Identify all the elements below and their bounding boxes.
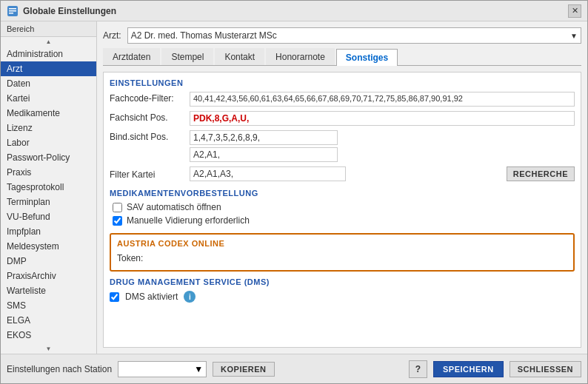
fachsicht-value[interactable]: PDK,8,G,A,U, (190, 111, 575, 126)
bottom-right: ? SPEICHERN SCHLIESSEN (409, 360, 581, 378)
sidebar-item-daten[interactable]: Daten (1, 76, 96, 91)
dms-label: DMS aktiviert (125, 292, 178, 302)
sidebar-item-terminplan[interactable]: Terminplan (1, 195, 96, 209)
doctor-select[interactable]: A2 Dr. med. Thomas Musterarzt MSc ▼ (127, 27, 581, 44)
bindsicht-label: Bind.sicht Pos. (110, 130, 184, 142)
token-input[interactable] (160, 251, 567, 266)
tab-arztdaten[interactable]: Arztdaten (103, 48, 160, 65)
einstellungen-title: EINSTELLUNGEN (110, 78, 575, 87)
bindsicht-value1[interactable]: 1,4,7,3,5,2,6,8,9, (190, 130, 338, 145)
fachsicht-value-text: PDK,8,G,A,U, (193, 113, 249, 124)
main-window: Globale Einstellungen ✕ Bereich ▲ Admini… (0, 0, 588, 384)
svg-rect-2 (9, 10, 16, 12)
recherche-button[interactable]: RECHERCHE (507, 166, 575, 181)
scroll-down-indicator: ▼ (1, 344, 96, 354)
fachcode-row: Fachcode-Filter: 40,41,42,43,56,60,61,63… (110, 92, 575, 107)
main-content: Bereich ▲ Administration Arzt Daten Kart… (1, 21, 587, 354)
filterkartei-value[interactable]: A2,A1,A3, (190, 166, 346, 181)
manuelle-label: Manuelle Vidierung erforderlich (127, 215, 250, 226)
sidebar-item-warteliste[interactable]: Warteliste (1, 283, 96, 298)
manuelle-row: Manuelle Vidierung erforderlich (110, 215, 575, 226)
close-button[interactable]: ✕ (568, 4, 581, 18)
dms-row: DMS aktiviert i (110, 291, 575, 303)
content-area: Arzt: A2 Dr. med. Thomas Musterarzt MSc … (97, 21, 587, 354)
med-section: MEDIKAMENTENVORBESTELLUNG SAV automatisc… (110, 189, 575, 226)
kopieren-button[interactable]: KOPIEREN (213, 362, 274, 377)
window-title: Globale Einstellungen (23, 6, 116, 16)
sidebar-item-praxis[interactable]: Praxis (1, 165, 96, 180)
sidebar-item-lizenz[interactable]: Lizenz (1, 121, 96, 135)
tab-kontakt[interactable]: Kontakt (215, 48, 264, 65)
fachsicht-label: Fachsicht Pos. (110, 111, 184, 123)
filterkartei-row: Filter Kartei A2,A1,A3, RECHERCHE (110, 166, 575, 181)
title-bar-left: Globale Einstellungen (7, 5, 116, 17)
title-bar: Globale Einstellungen ✕ (1, 1, 587, 21)
settings-panel: EINSTELLUNGEN Fachcode-Filter: 40,41,42,… (103, 72, 581, 348)
sidebar-item-labor[interactable]: Labor (1, 135, 96, 150)
fachcode-value[interactable]: 40,41,42,43,56,60,61,63,64,65,66,67,68,6… (190, 92, 575, 107)
dms-checkbox[interactable] (110, 292, 119, 302)
info-icon[interactable]: i (184, 291, 196, 303)
dropdown-arrow-icon: ▼ (570, 32, 578, 40)
station-label: Einstellungen nach Station (7, 364, 112, 374)
doctor-label: Arzt: (103, 30, 121, 41)
sidebar-list: Administration Arzt Daten Kartei Medikam… (1, 47, 96, 344)
sidebar-item-tagesprotokoll[interactable]: Tagesprotokoll (1, 180, 96, 195)
svg-rect-1 (9, 8, 16, 10)
help-button[interactable]: ? (409, 360, 427, 378)
station-dropdown-arrow-icon: ▼ (194, 364, 203, 374)
tab-sonstiges[interactable]: Sonstiges (336, 49, 398, 66)
sidebar-item-passwort[interactable]: Passwort-Policy (1, 150, 96, 165)
manuelle-checkbox[interactable] (113, 216, 122, 226)
sidebar-item-meldesystem[interactable]: Meldesystem (1, 239, 96, 254)
sidebar-header: Bereich (1, 21, 96, 37)
station-select[interactable]: ▼ (118, 361, 207, 377)
sav-checkbox[interactable] (113, 203, 122, 212)
fachsicht-row: Fachsicht Pos. PDK,8,G,A,U, (110, 111, 575, 126)
fachcode-label: Fachcode-Filter: (110, 92, 184, 104)
sidebar: Bereich ▲ Administration Arzt Daten Kart… (1, 21, 97, 354)
scroll-up-indicator: ▲ (1, 37, 96, 47)
sidebar-item-praxisarchiv[interactable]: PraxisArchiv (1, 269, 96, 283)
speichern-button[interactable]: SPEICHERN (433, 361, 504, 377)
window-icon (7, 5, 19, 17)
sidebar-item-medikamente[interactable]: Medikamente (1, 106, 96, 121)
token-label: Token: (117, 253, 154, 263)
sidebar-item-administration[interactable]: Administration (1, 47, 96, 61)
sidebar-item-arzt[interactable]: Arzt (1, 61, 96, 76)
bottom-bar: Einstellungen nach Station ▼ KOPIEREN ? … (1, 354, 587, 383)
tab-honorarnote[interactable]: Honorarnote (266, 48, 335, 65)
sidebar-item-elga[interactable]: ELGA (1, 313, 96, 328)
sav-row: SAV automatisch öffnen (110, 202, 575, 212)
austria-title: AUSTRIA CODEX ONLINE (117, 239, 567, 248)
sidebar-item-dmp[interactable]: DMP (1, 254, 96, 269)
schliessen-button[interactable]: SCHLIESSEN (510, 361, 581, 377)
dms-title: DRUG MANAGEMENT SERVICE (DMS) (110, 277, 575, 286)
filterkartei-label: Filter Kartei (110, 168, 184, 180)
austria-section: AUSTRIA CODEX ONLINE Token: (110, 233, 575, 272)
sidebar-item-sms[interactable]: SMS (1, 298, 96, 313)
tabs-container: Arztdaten Stempel Kontakt Honorarnote So… (103, 48, 581, 66)
bindsicht-row: Bind.sicht Pos. 1,4,7,3,5,2,6,8,9, A2,A1… (110, 130, 575, 162)
sidebar-item-impfplan[interactable]: Impfplan (1, 224, 96, 239)
doctor-select-value: A2 Dr. med. Thomas Musterarzt MSc (131, 30, 277, 41)
token-row: Token: (117, 251, 567, 266)
bindsicht-value2[interactable]: A2,A1, (190, 147, 338, 162)
tab-stempel[interactable]: Stempel (161, 48, 213, 65)
sidebar-item-ekos[interactable]: EKOS (1, 328, 96, 343)
doctor-row: Arzt: A2 Dr. med. Thomas Musterarzt MSc … (103, 27, 581, 44)
med-title: MEDIKAMENTENVORBESTELLUNG (110, 189, 575, 198)
svg-rect-3 (9, 13, 13, 14)
dms-section: DRUG MANAGEMENT SERVICE (DMS) DMS aktivi… (110, 277, 575, 303)
sidebar-item-vubefund[interactable]: VU-Befund (1, 209, 96, 224)
sidebar-item-kartei[interactable]: Kartei (1, 91, 96, 106)
bottom-left: Einstellungen nach Station ▼ KOPIEREN (7, 361, 275, 377)
sav-label: SAV automatisch öffnen (127, 202, 221, 212)
